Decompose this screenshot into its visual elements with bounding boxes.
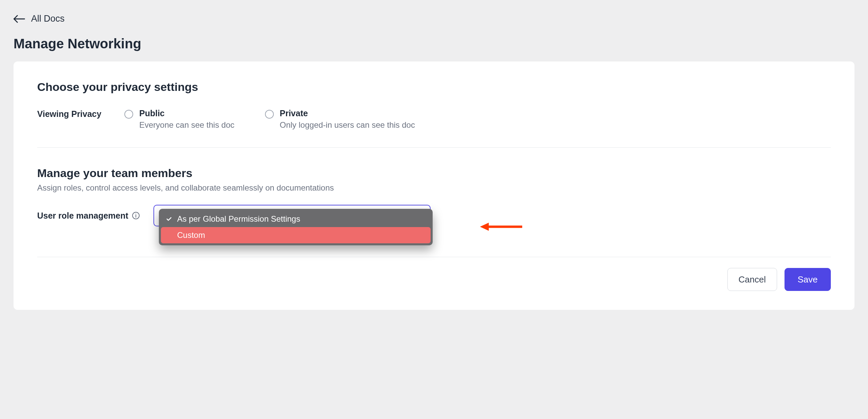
arrow-left-icon <box>14 15 25 23</box>
check-icon <box>166 216 172 222</box>
info-icon[interactable] <box>132 212 140 220</box>
viewing-privacy-label: Viewing Privacy <box>37 108 115 119</box>
dropdown-option-custom[interactable]: Custom <box>161 227 431 243</box>
save-button[interactable]: Save <box>785 268 831 291</box>
dropdown-option-label: As per Global Permission Settings <box>177 214 300 224</box>
role-dropdown: As per Global Permission Settings Custom <box>159 209 433 245</box>
cancel-button[interactable]: Cancel <box>727 268 777 291</box>
team-heading: Manage your team members <box>37 167 831 180</box>
footer-buttons: Cancel Save <box>37 268 831 291</box>
radio-option-public[interactable]: Public Everyone can see this doc <box>124 108 235 130</box>
breadcrumb-label: All Docs <box>31 14 65 24</box>
privacy-heading: Choose your privacy settings <box>37 80 831 94</box>
radio-title: Private <box>280 108 415 118</box>
user-role-label: User role management <box>37 211 128 221</box>
radio-description: Everyone can see this doc <box>139 120 235 130</box>
annotation-arrow-icon <box>480 222 524 232</box>
page-title: Manage Networking <box>14 36 854 51</box>
radio-option-private[interactable]: Private Only logged-in users can see thi… <box>265 108 415 130</box>
radio-title: Public <box>139 108 235 118</box>
settings-panel: Choose your privacy settings Viewing Pri… <box>14 61 854 310</box>
svg-marker-5 <box>480 223 489 231</box>
dropdown-option-label: Custom <box>177 230 205 240</box>
privacy-radio-group: Public Everyone can see this doc Private… <box>124 108 415 130</box>
role-select-wrap: As per Global Permission Settings Custom <box>153 205 431 226</box>
viewing-privacy-row: Viewing Privacy Public Everyone can see … <box>37 108 831 148</box>
radio-icon <box>124 110 133 119</box>
breadcrumb[interactable]: All Docs <box>14 14 854 24</box>
user-role-row: User role management <box>37 205 831 257</box>
radio-description: Only logged-in users can see this doc <box>280 120 415 130</box>
dropdown-option-global[interactable]: As per Global Permission Settings <box>161 211 431 227</box>
radio-icon <box>265 110 274 119</box>
team-description: Assign roles, control access levels, and… <box>37 183 831 193</box>
svg-point-3 <box>136 214 136 214</box>
